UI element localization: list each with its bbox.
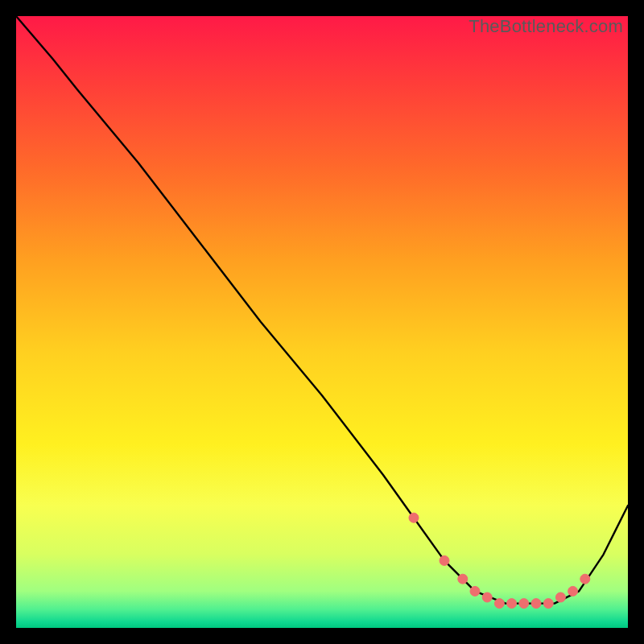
marker-point [555,592,565,602]
marker-point [482,592,492,602]
marker-point [543,599,553,609]
marker-point [568,586,578,596]
curve-layer [16,16,628,628]
highlight-markers [409,513,590,608]
marker-point [494,599,504,609]
marker-point [440,555,449,565]
bottleneck-curve [16,16,628,604]
marker-point [519,599,529,609]
plot-area: TheBottleneck.com [16,16,628,628]
marker-point [531,599,541,609]
marker-point [507,599,517,609]
marker-point [409,513,419,522]
chart-frame: TheBottleneck.com [0,0,644,644]
marker-point [470,586,480,596]
marker-point [458,574,468,584]
marker-point [580,574,590,584]
